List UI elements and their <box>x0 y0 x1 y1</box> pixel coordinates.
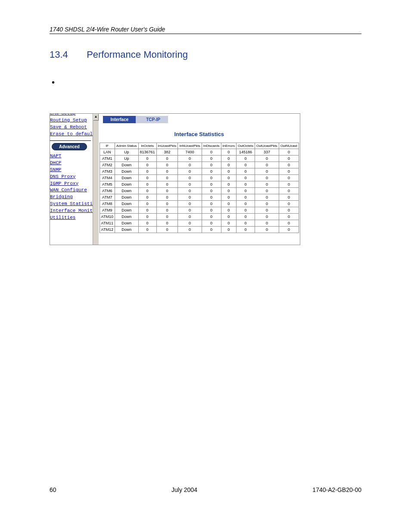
table-cell: 0 <box>255 168 279 175</box>
table-row: ATM10Down00000000 <box>100 214 299 220</box>
sidebar-item-save-reboot[interactable]: Save & Reboot <box>50 124 91 131</box>
table-cell: 0 <box>202 214 221 220</box>
table-cell: 0 <box>178 227 202 233</box>
table-cell: 0 <box>279 201 299 207</box>
sidebar-item-snmp[interactable]: SNMP <box>50 167 91 174</box>
table-cell: 0 <box>255 207 279 214</box>
table-cell: 0 <box>178 168 202 175</box>
table-cell: 0 <box>138 194 156 201</box>
sidebar-item-bridging[interactable]: Bridging <box>50 194 91 201</box>
table-cell: Down <box>115 181 138 188</box>
table-cell: 0 <box>202 227 221 233</box>
table-cell: 0 <box>178 188 202 194</box>
tab-tcpip[interactable]: TCP-IP <box>136 116 168 123</box>
table-cell: Down <box>115 214 138 220</box>
table-cell: 0 <box>279 149 299 156</box>
table-cell: Up <box>115 156 138 162</box>
table-cell: 0 <box>236 227 255 233</box>
scroll-up-icon[interactable]: ▲ <box>93 114 98 121</box>
table-row: ATM9Down00000000 <box>100 207 299 214</box>
sidebar-item-napt[interactable]: NAPT <box>50 153 91 160</box>
table-cell: 0 <box>156 201 178 207</box>
table-cell: 337 <box>255 149 279 156</box>
table-cell: 0 <box>156 156 178 162</box>
col-header: IF <box>100 143 115 149</box>
table-cell: 0 <box>279 162 299 168</box>
table-cell: Down <box>115 201 138 207</box>
table-cell: 0 <box>236 207 255 214</box>
table-cell: 0 <box>138 162 156 168</box>
sidebar-item-dns-proxy[interactable]: DNS Proxy <box>50 174 91 180</box>
table-cell: 0 <box>202 156 221 162</box>
table-cell: 0 <box>202 175 221 181</box>
advanced-button[interactable]: Advanced <box>52 143 87 150</box>
table-cell: ATM10 <box>100 214 115 220</box>
table-cell: 0 <box>156 207 178 214</box>
table-cell: 0 <box>178 207 202 214</box>
col-header: InNUcastPkts <box>178 143 202 149</box>
table-cell: ATM12 <box>100 227 115 233</box>
sidebar-item-dhcp[interactable]: DHCP <box>50 160 91 167</box>
table-cell: Down <box>115 168 138 175</box>
sidebar-item-system-stats[interactable]: System Statistics <box>50 201 91 208</box>
table-cell: 0 <box>202 194 221 201</box>
table-row: ATM6Down00000000 <box>100 188 299 194</box>
sidebar-item-lan-setup[interactable]: LAN Setup <box>50 114 91 117</box>
table-cell: 0 <box>221 149 236 156</box>
sidebar-item-wan-configure[interactable]: WAN Configure <box>50 187 91 194</box>
sidebar-item-igmp-proxy[interactable]: IGMP Proxy <box>50 180 91 187</box>
table-cell: Down <box>115 207 138 214</box>
table-cell: 0 <box>156 214 178 220</box>
table-cell: 0 <box>236 220 255 227</box>
sidebar-item-erase-default[interactable]: Erase to default <box>50 131 91 138</box>
table-cell: 0 <box>236 201 255 207</box>
col-header: InUcastPkts <box>156 143 178 149</box>
table-cell: 0 <box>178 201 202 207</box>
table-cell: ATM6 <box>100 188 115 194</box>
table-cell: Down <box>115 227 138 233</box>
table-row: LANUp81367613827400001451863370 <box>100 149 299 156</box>
table-cell: 0 <box>156 188 178 194</box>
sidebar-item-interface-monitor[interactable]: Interface Monitor <box>50 208 91 215</box>
table-cell: 0 <box>202 162 221 168</box>
table-cell: 0 <box>221 168 236 175</box>
table-cell: 0 <box>221 194 236 201</box>
col-header: OutNUcast <box>279 143 299 149</box>
footer-date: July 2004 <box>171 486 197 493</box>
table-cell: 0 <box>156 175 178 181</box>
router-admin-frame: LAN Setup Routing Setup Save & Reboot Er… <box>50 113 300 245</box>
table-cell: ATM3 <box>100 168 115 175</box>
table-cell: Down <box>115 194 138 201</box>
table-cell: 0 <box>255 156 279 162</box>
tab-interface[interactable]: Interface <box>103 116 137 123</box>
table-cell: ATM5 <box>100 181 115 188</box>
table-cell: 0 <box>138 227 156 233</box>
table-cell: 0 <box>138 175 156 181</box>
table-cell: 0 <box>279 220 299 227</box>
table-cell: 0 <box>202 207 221 214</box>
table-row: ATM7Down00000000 <box>100 194 299 201</box>
table-cell: 0 <box>255 201 279 207</box>
table-cell: ATM7 <box>100 194 115 201</box>
table-cell: Down <box>115 188 138 194</box>
table-cell: 0 <box>156 181 178 188</box>
table-cell: 0 <box>279 188 299 194</box>
bullet-icon: • <box>52 78 361 87</box>
page-footer: 60 July 2004 1740-A2-GB20-00 <box>50 486 361 493</box>
sidebar-item-utilities[interactable]: Utilities <box>50 215 91 221</box>
table-cell: 0 <box>202 201 221 207</box>
table-row: ATM5Down00000000 <box>100 181 299 188</box>
panel-title: Interface Statistics <box>99 123 300 143</box>
sidebar-scrollbar[interactable]: ▲ <box>93 114 98 245</box>
col-header: OutUcastPkts <box>255 143 279 149</box>
table-row: ATM12Down00000000 <box>100 227 299 233</box>
table-cell: 0 <box>138 201 156 207</box>
table-cell: 0 <box>236 188 255 194</box>
table-cell: 0 <box>202 181 221 188</box>
table-cell: 0 <box>236 214 255 220</box>
table-cell: ATM9 <box>100 207 115 214</box>
sidebar-item-routing[interactable]: Routing Setup <box>50 117 91 124</box>
table-cell: ATM8 <box>100 201 115 207</box>
content-panel: Interface TCP-IP Interface Statistics IF… <box>99 114 300 245</box>
table-cell: 0 <box>221 207 236 214</box>
